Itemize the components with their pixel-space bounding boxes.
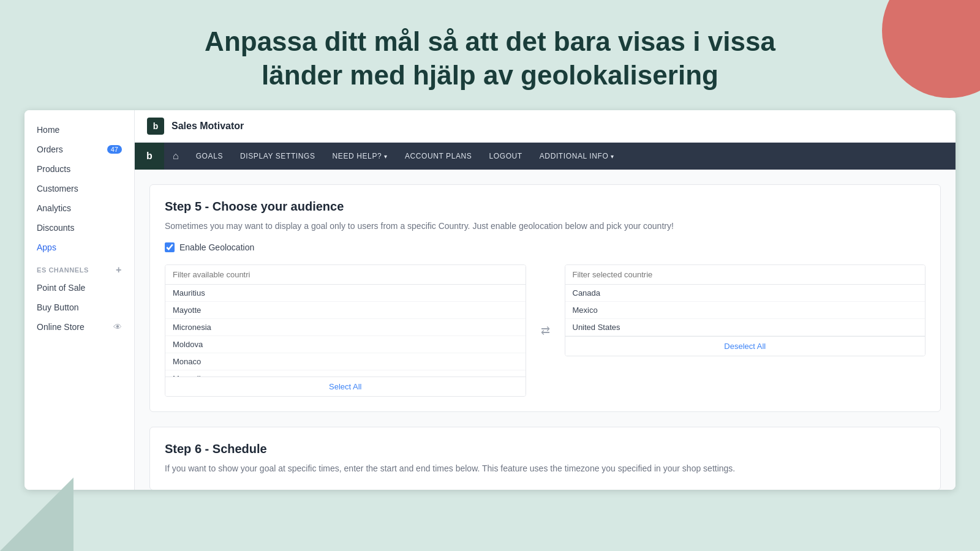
step5-card: Step 5 - Choose your audience Sometimes … [149,184,941,412]
main-content: b Sales Motivator b ⌂ GOALS DISPLAY SETT… [135,110,956,490]
list-item[interactable]: Mayotte [165,302,526,319]
list-item[interactable]: United States [565,319,925,336]
nav-display-settings[interactable]: DISPLAY SETTINGS [232,143,324,170]
sidebar-label: Buy Button [37,302,79,312]
select-all-button[interactable]: Select All [165,377,526,396]
available-country-list: Mauritius Mayotte Micronesia Moldova Mon… [165,285,526,377]
orders-badge: 47 [107,145,122,154]
selected-country-list: Canada Mexico United States [565,285,925,336]
sidebar-item-online-store[interactable]: Online Store 👁 [24,317,134,337]
deselect-all-button[interactable]: Deselect All [565,336,925,356]
country-panels: Mauritius Mayotte Micronesia Moldova Mon… [165,264,925,397]
app-logo: b [147,118,164,135]
step5-title: Step 5 - Choose your audience [165,200,925,214]
list-item[interactable]: Mongolia [165,370,526,377]
app-header: b Sales Motivator [135,110,956,143]
sidebar-label: Apps [37,242,56,252]
app-shell: Home Orders 47 Products Customers Analyt… [24,110,956,490]
list-item[interactable]: Micronesia [165,319,526,336]
list-item[interactable]: Moldova [165,336,526,353]
channels-label-text: ES CHANNELS [37,266,89,274]
available-filter-input[interactable] [165,265,526,285]
sidebar-item-home[interactable]: Home [24,120,134,140]
logo-letter: b [153,121,159,131]
geolocation-label: Enable Geolocation [179,242,254,252]
nav-account-plans[interactable]: ACCOUNT PLANS [396,143,481,170]
decorative-triangle [0,478,74,551]
nav-need-help[interactable]: NEED HELP? ▾ [324,143,396,170]
sidebar-item-products[interactable]: Products [24,159,134,179]
selected-countries-panel: Canada Mexico United States Deselect All [565,264,926,356]
chevron-down-icon: ▾ [611,153,614,160]
sidebar-item-apps[interactable]: Apps [24,238,134,257]
list-item[interactable]: Monaco [165,353,526,370]
list-item[interactable]: Mauritius [165,285,526,302]
nav-additional-info[interactable]: ADDITIONAL INFO ▾ [531,143,623,170]
sidebar-label: Orders [37,144,63,154]
nav-logout[interactable]: LOGOUT [480,143,530,170]
step5-description: Sometimes you may want to display a goal… [165,220,925,233]
step6-description: If you want to show your goal at specifi… [165,462,925,475]
main-heading: Anpassa ditt mål så att det bara visas i… [0,0,980,110]
selected-filter-input[interactable] [565,265,925,285]
heading-line1: Anpassa ditt mål så att det bara visas i… [205,26,775,56]
sidebar-item-analytics[interactable]: Analytics [24,198,134,218]
nav-home-button[interactable]: ⌂ [164,143,187,170]
heading-line2: länder med hjälp av geolokalisering [262,60,718,90]
sidebar-label: Online Store [37,322,85,332]
nav-bar: b ⌂ GOALS DISPLAY SETTINGS NEED HELP? ▾ … [135,143,956,170]
sidebar-section-channels: ES CHANNELS + [24,257,134,278]
step6-card: Step 6 - Schedule If you want to show yo… [149,427,941,490]
list-item[interactable]: Mexico [565,302,925,319]
home-icon: ⌂ [173,151,179,162]
geolocation-checkbox-group: Enable Geolocation [165,242,925,252]
sidebar-item-buy-button[interactable]: Buy Button [24,298,134,317]
sidebar-item-discounts[interactable]: Discounts [24,218,134,238]
sidebar: Home Orders 47 Products Customers Analyt… [24,110,135,490]
sidebar-item-orders[interactable]: Orders 47 [24,140,134,159]
step6-title: Step 6 - Schedule [165,442,925,456]
nav-goals[interactable]: GOALS [187,143,232,170]
sidebar-label: Customers [37,184,78,193]
available-countries-panel: Mauritius Mayotte Micronesia Moldova Mon… [165,264,526,397]
sidebar-item-customers[interactable]: Customers [24,179,134,198]
content-area: Step 5 - Choose your audience Sometimes … [135,170,956,490]
chevron-down-icon: ▾ [384,153,388,160]
add-channel-icon[interactable]: + [116,264,122,276]
list-item[interactable]: Canada [565,285,925,302]
nav-logo: b [135,143,164,170]
sidebar-item-pos[interactable]: Point of Sale [24,278,134,298]
sidebar-label: Discounts [37,223,74,233]
app-title: Sales Motivator [172,121,244,132]
sidebar-label: Point of Sale [37,283,85,293]
eye-icon: 👁 [113,322,122,332]
sidebar-label: Home [37,125,59,135]
sidebar-label: Analytics [37,203,71,213]
sidebar-label: Products [37,164,70,174]
transfer-icon[interactable]: ⇄ [536,324,555,337]
geolocation-checkbox[interactable] [165,242,175,252]
